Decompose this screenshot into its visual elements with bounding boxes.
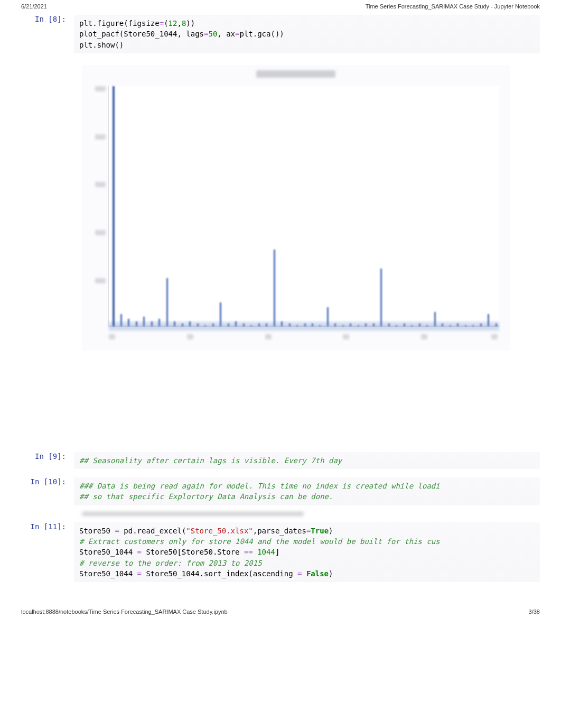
pacf-bar: [457, 324, 459, 326]
page-header: 6/21/2021 Time Series Forecasting_SARIMA…: [0, 0, 561, 13]
pacf-bar: [358, 325, 359, 326]
x-tick: [491, 334, 498, 339]
pacf-bar: [495, 324, 497, 326]
pacf-bar: [388, 324, 390, 326]
pacf-bar: [480, 324, 482, 326]
pacf-bar: [465, 325, 466, 326]
pacf-bar: [450, 325, 451, 326]
output-cell-8: [21, 60, 540, 351]
code-cell-10[interactable]: In [10]: ### Data is being read again fo…: [21, 475, 540, 508]
code-cell-8[interactable]: In [8]: plt.figure(figsize=(12,8)) plot_…: [21, 13, 540, 56]
pacf-chart: [82, 65, 510, 351]
notebook-body: In [8]: plt.figure(figsize=(12,8)) plot_…: [0, 13, 561, 620]
pacf-bar: [426, 325, 428, 326]
x-tick: [421, 334, 427, 339]
pacf-bar: [158, 319, 160, 326]
pacf-bar: [442, 324, 443, 326]
pacf-bar: [220, 302, 221, 326]
pacf-bar: [434, 312, 436, 326]
pacf-bar: [120, 314, 122, 326]
x-tick: [343, 334, 349, 339]
pacf-bar: [166, 278, 168, 326]
output-body: [74, 60, 540, 351]
pacf-bar: [350, 324, 351, 326]
y-tick: [95, 230, 106, 235]
pacf-bar: [128, 319, 129, 326]
pacf-bar: [258, 324, 260, 326]
pacf-bar: [274, 250, 275, 326]
code-body[interactable]: plt.figure(figsize=(12,8)) plot_pacf(Sto…: [74, 15, 540, 53]
code-cell-9[interactable]: In [9]: ## Seasonality after certain lag…: [21, 450, 540, 471]
pacf-bar: [472, 325, 474, 326]
pacf-bar: [334, 324, 336, 326]
header-date: 6/21/2021: [21, 3, 47, 10]
pacf-bar: [143, 317, 145, 326]
output-prompt: [21, 60, 74, 351]
spacer: [21, 355, 540, 450]
pacf-bar: [228, 324, 229, 326]
pacf-bar: [136, 321, 137, 326]
pacf-bar: [235, 321, 237, 326]
footer-page: 3/38: [529, 609, 540, 615]
pacf-bar: [373, 324, 375, 326]
y-tick: [95, 86, 106, 91]
pacf-bar: [189, 321, 191, 326]
y-tick: [95, 134, 106, 140]
pacf-bar: [174, 321, 175, 326]
pacf-bar: [304, 324, 306, 326]
header-title: Time Series Forecasting_SARIMAX Case Stu…: [366, 3, 540, 10]
pacf-bar: [411, 325, 413, 326]
plot-area: [108, 86, 499, 327]
page-footer: localhost:8888/notebooks/Time Series For…: [21, 609, 540, 615]
pacf-bar: [204, 325, 206, 326]
pacf-bar: [312, 324, 313, 326]
pacf-bar: [113, 86, 115, 326]
prompt-label: In [11]:: [21, 522, 74, 582]
pacf-bar: [327, 307, 329, 326]
pacf-bar: [396, 325, 397, 326]
code-cell-11[interactable]: In [11]: Store50 = pd.read_excel("Store_…: [21, 520, 540, 584]
pacf-bar: [319, 325, 321, 326]
pacf-bar: [296, 325, 298, 326]
pacf-bar: [281, 321, 283, 326]
x-tick: [265, 334, 272, 339]
pacf-bar: [488, 314, 489, 326]
prompt-label: In [9]:: [21, 452, 74, 469]
code-body[interactable]: Store50 = pd.read_excel("Store_50.xlsx",…: [74, 522, 540, 582]
pacf-bar: [365, 324, 367, 326]
chart-title: [256, 70, 335, 78]
x-tick: [187, 334, 193, 339]
pacf-bar: [151, 321, 153, 326]
pacf-bar: [289, 324, 291, 326]
pacf-bar: [212, 324, 214, 326]
y-tick: [95, 182, 106, 187]
prompt-label: In [10]:: [21, 477, 74, 505]
x-tick: [109, 334, 115, 339]
pacf-bar: [380, 269, 382, 326]
pacf-bar: [197, 324, 199, 326]
pacf-bar: [266, 324, 267, 326]
blurred-divider: [82, 512, 304, 516]
pacf-bar: [404, 324, 405, 326]
pacf-bar: [342, 325, 344, 326]
prompt-label: In [8]:: [21, 15, 74, 53]
footer-path: localhost:8888/notebooks/Time Series For…: [21, 609, 228, 615]
code-body[interactable]: ## Seasonality after certain lags is vis…: [74, 452, 540, 469]
code-body[interactable]: ### Data is being read again for model. …: [74, 477, 540, 505]
y-tick: [95, 278, 106, 283]
pacf-bar: [419, 324, 420, 326]
pacf-bar: [182, 324, 183, 326]
pacf-bar: [250, 325, 252, 326]
pacf-bar: [243, 324, 245, 326]
